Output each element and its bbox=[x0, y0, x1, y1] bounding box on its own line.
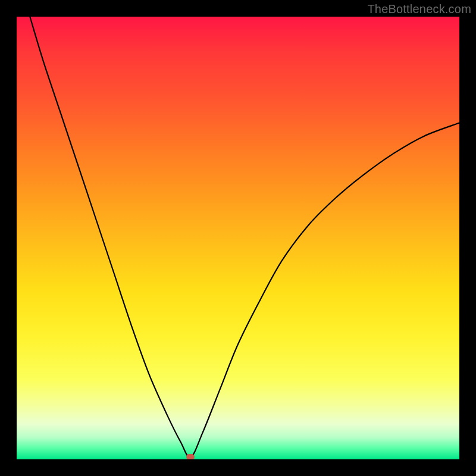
optimal-point-marker bbox=[186, 454, 195, 459]
bottleneck-curve bbox=[17, 17, 459, 459]
chart-frame: TheBottleneck.com bbox=[0, 0, 476, 476]
watermark-text: TheBottleneck.com bbox=[367, 2, 471, 16]
plot-area bbox=[17, 17, 459, 459]
